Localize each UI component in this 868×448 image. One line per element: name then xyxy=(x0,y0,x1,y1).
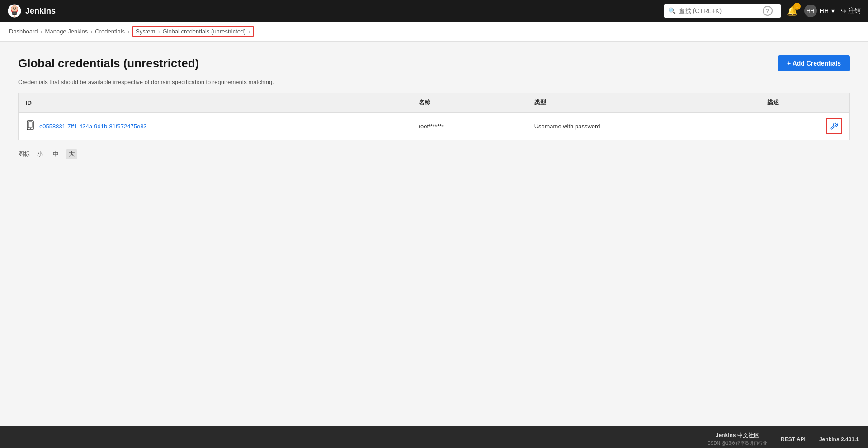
breadcrumb-global-credentials[interactable]: Global credentials (unrestricted) xyxy=(162,28,245,35)
credential-icon xyxy=(26,120,35,132)
footer-community-sub: CSDN @18岁程序员进门行业 xyxy=(708,440,767,447)
cell-id: e0558831-7ff1-434a-9d1b-81f672475e83 xyxy=(19,113,411,140)
user-label: HH xyxy=(820,7,829,14)
breadcrumb: Dashboard › Manage Jenkins › Credentials… xyxy=(0,22,868,42)
cell-name: root/****** xyxy=(411,113,527,140)
notification-button[interactable]: 🔔 1 xyxy=(787,5,798,16)
svg-point-5 xyxy=(15,7,16,8)
page-header: Global credentials (unrestricted) + Add … xyxy=(18,55,850,71)
cell-type: Username with password xyxy=(527,113,760,140)
col-description: 描述 xyxy=(760,93,849,113)
footer-community: Jenkins 中文社区 CSDN @18岁程序员进门行业 xyxy=(708,432,767,447)
icon-size-label: 图标 xyxy=(18,150,30,158)
svg-rect-7 xyxy=(13,12,16,14)
footer-version: Jenkins 2.401.1 xyxy=(819,436,859,443)
credentials-table: ID 名称 类型 描述 e0558831-7ff1-434a-9d1b xyxy=(18,93,850,140)
notification-badge: 1 xyxy=(793,3,801,10)
search-box[interactable]: 🔍 ? xyxy=(664,4,781,18)
page-footer: Jenkins 中文社区 CSDN @18岁程序员进门行业 REST API J… xyxy=(0,426,868,448)
breadcrumb-system[interactable]: System xyxy=(136,28,155,35)
search-icon: 🔍 xyxy=(668,7,676,14)
logout-arrow-icon: ↪ xyxy=(841,7,846,14)
breadcrumb-sep-4: › xyxy=(158,28,160,35)
jenkins-title: Jenkins xyxy=(25,6,56,16)
add-credentials-button[interactable]: + Add Credentials xyxy=(778,55,850,71)
breadcrumb-manage-jenkins[interactable]: Manage Jenkins xyxy=(45,28,88,35)
chevron-down-icon: ▾ xyxy=(831,7,835,14)
user-initials: HH xyxy=(807,8,814,14)
icon-size-selector: 图标 小 中 大 xyxy=(18,149,850,159)
search-input[interactable] xyxy=(679,7,760,14)
logout-button[interactable]: ↪ 注销 xyxy=(841,7,861,15)
breadcrumb-sep-1: › xyxy=(41,28,42,35)
table-row: e0558831-7ff1-434a-9d1b-81f672475e83 roo… xyxy=(19,113,850,140)
svg-point-11 xyxy=(30,128,31,129)
col-id: ID xyxy=(19,93,411,113)
credential-id-link[interactable]: e0558831-7ff1-434a-9d1b-81f672475e83 xyxy=(39,123,147,130)
footer-api: REST API xyxy=(781,436,806,443)
table-body: e0558831-7ff1-434a-9d1b-81f672475e83 roo… xyxy=(19,113,850,140)
jenkins-logo-icon xyxy=(7,4,22,18)
svg-point-4 xyxy=(13,7,14,8)
page-title: Global credentials (unrestricted) xyxy=(18,57,199,71)
avatar: HH xyxy=(804,5,817,17)
icon-size-medium[interactable]: 中 xyxy=(50,149,61,159)
icon-size-large[interactable]: 大 xyxy=(66,149,77,159)
logo-area: Jenkins xyxy=(7,4,56,18)
logout-label: 注销 xyxy=(848,7,861,15)
svg-point-8 xyxy=(14,15,16,18)
wrench-button[interactable] xyxy=(826,118,842,134)
icon-size-small[interactable]: 小 xyxy=(34,149,46,159)
main-header: Jenkins 🔍 ? 🔔 1 HH HH ▾ ↪ 注销 xyxy=(0,0,868,22)
page-description: Credentials that should be available irr… xyxy=(18,79,850,85)
footer-api-link[interactable]: REST API xyxy=(781,436,806,443)
main-content: Global credentials (unrestricted) + Add … xyxy=(0,42,868,426)
breadcrumb-sep-3: › xyxy=(127,28,129,35)
breadcrumb-sep-5: › xyxy=(249,28,250,35)
breadcrumb-sep-2: › xyxy=(90,28,92,35)
col-type: 类型 xyxy=(527,93,760,113)
header-actions: 🔔 1 HH HH ▾ ↪ 注销 xyxy=(787,5,861,17)
cell-description xyxy=(760,113,849,140)
footer-version-label: Jenkins 2.401.1 xyxy=(819,436,859,443)
col-name: 名称 xyxy=(411,93,527,113)
footer-community-label: Jenkins 中文社区 xyxy=(716,432,759,439)
table-header: ID 名称 类型 描述 xyxy=(19,93,850,113)
svg-rect-10 xyxy=(28,122,32,128)
breadcrumb-dashboard[interactable]: Dashboard xyxy=(9,28,38,35)
breadcrumb-highlighted-section: System › Global credentials (unrestricte… xyxy=(132,26,254,37)
breadcrumb-credentials[interactable]: Credentials xyxy=(95,28,125,35)
help-icon[interactable]: ? xyxy=(763,6,773,16)
user-menu[interactable]: HH HH ▾ xyxy=(804,5,835,17)
